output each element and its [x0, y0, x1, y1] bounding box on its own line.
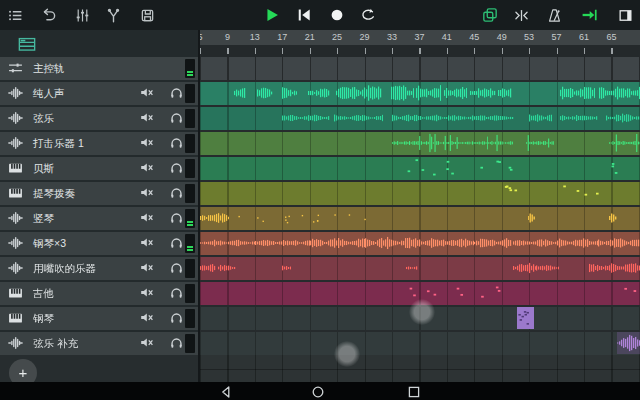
audio-clip[interactable]: [444, 82, 467, 105]
monitor-button[interactable]: [168, 161, 184, 175]
audio-clip[interactable]: [443, 132, 488, 155]
mute-button[interactable]: [139, 136, 155, 150]
duplicate-button[interactable]: [479, 4, 501, 26]
record-button[interactable]: [326, 4, 348, 26]
audio-clip[interactable]: [526, 132, 554, 155]
follow-playhead-button[interactable]: [578, 4, 600, 26]
midi-clip[interactable]: [461, 157, 513, 180]
undo-button[interactable]: [37, 4, 59, 26]
monitor-button[interactable]: [168, 261, 184, 275]
audio-clip[interactable]: [200, 207, 229, 230]
mute-button[interactable]: [139, 236, 155, 250]
track-lane[interactable]: [200, 182, 640, 205]
midi-clip[interactable]: [399, 157, 461, 180]
monitor-button[interactable]: [168, 186, 184, 200]
split-view-button[interactable]: [614, 4, 636, 26]
track-head[interactable]: 钢琴: [0, 307, 198, 330]
track-lane[interactable]: [200, 207, 640, 230]
audio-clip[interactable]: [488, 132, 513, 155]
audio-clip[interactable]: [392, 132, 443, 155]
midi-clip[interactable]: [554, 182, 600, 205]
track-lane[interactable]: [200, 282, 640, 305]
audio-clip[interactable]: [232, 207, 372, 230]
midi-clip[interactable]: [426, 282, 467, 305]
track-head[interactable]: 提琴拨奏: [0, 182, 198, 205]
audio-clip[interactable]: [589, 257, 611, 280]
audio-clip[interactable]: [513, 232, 557, 255]
audio-clip[interactable]: [560, 82, 595, 105]
mute-button[interactable]: [139, 111, 155, 125]
audio-clip[interactable]: [609, 132, 640, 155]
audio-clip[interactable]: [606, 107, 640, 130]
midi-clip[interactable]: [622, 282, 640, 305]
mute-button[interactable]: [139, 186, 155, 200]
nav-back-button[interactable]: [219, 385, 233, 399]
mute-button[interactable]: [139, 311, 155, 325]
mute-button[interactable]: [139, 211, 155, 225]
audio-clip[interactable]: [513, 257, 536, 280]
track-lane[interactable]: [200, 157, 640, 180]
play-button[interactable]: [261, 4, 283, 26]
audio-clip[interactable]: [365, 232, 420, 255]
track-head[interactable]: 弦乐: [0, 107, 198, 130]
track-head[interactable]: 弦乐 补充: [0, 332, 198, 355]
audio-clip[interactable]: [334, 107, 383, 130]
audio-clip[interactable]: [598, 232, 640, 255]
audio-clip[interactable]: [255, 232, 310, 255]
track-lane[interactable]: [200, 132, 640, 155]
track-head[interactable]: 打击乐器 1: [0, 132, 198, 155]
audio-clip[interactable]: [200, 232, 255, 255]
monitor-button[interactable]: [168, 136, 184, 150]
track-lane[interactable]: [200, 332, 640, 355]
audio-clip[interactable]: [282, 257, 291, 280]
audio-clip[interactable]: [282, 82, 297, 105]
nav-recents-button[interactable]: [407, 385, 421, 399]
audio-clip[interactable]: [257, 82, 273, 105]
track-head[interactable]: 贝斯: [0, 157, 198, 180]
audio-clip[interactable]: [416, 82, 441, 105]
audio-clip[interactable]: [470, 82, 496, 105]
monitor-button[interactable]: [168, 336, 184, 350]
monitor-button[interactable]: [168, 211, 184, 225]
mute-button[interactable]: [139, 261, 155, 275]
audio-clip[interactable]: [498, 82, 512, 105]
midi-clip[interactable]: [517, 307, 534, 330]
audio-clip[interactable]: [557, 232, 598, 255]
track-lane[interactable]: [200, 82, 640, 105]
track-lane[interactable]: [200, 307, 640, 330]
audio-clip[interactable]: [599, 82, 640, 105]
skip-start-button[interactable]: [293, 4, 315, 26]
menu-button[interactable]: [4, 4, 26, 26]
track-lane[interactable]: [200, 57, 640, 80]
audio-clip[interactable]: [392, 107, 440, 130]
mute-button[interactable]: [139, 86, 155, 100]
track-head[interactable]: 钢琴×3: [0, 232, 198, 255]
mute-button[interactable]: [139, 161, 155, 175]
mixer-button[interactable]: [71, 4, 93, 26]
midi-clip[interactable]: [467, 282, 501, 305]
midi-clip[interactable]: [399, 282, 421, 305]
audio-clip[interactable]: [406, 257, 418, 280]
audio-clip[interactable]: [560, 107, 598, 130]
audio-clip[interactable]: [234, 82, 246, 105]
track-head[interactable]: 用嘴吹的乐器: [0, 257, 198, 280]
audio-clip[interactable]: [419, 232, 474, 255]
audio-clip[interactable]: [528, 207, 535, 230]
audio-clip[interactable]: [336, 82, 382, 105]
save-button[interactable]: [136, 4, 158, 26]
track-head[interactable]: 主控轨: [0, 57, 198, 80]
monitor-button[interactable]: [168, 111, 184, 125]
tracks-view-button[interactable]: [16, 33, 38, 55]
midi-clip[interactable]: [504, 182, 531, 205]
metronome-button[interactable]: [543, 4, 565, 26]
track-lane[interactable]: [200, 257, 640, 280]
monitor-button[interactable]: [168, 236, 184, 250]
audio-clip[interactable]: [474, 232, 512, 255]
audio-clip[interactable]: [536, 257, 559, 280]
track-head[interactable]: 纯人声: [0, 82, 198, 105]
tools-button[interactable]: [102, 4, 124, 26]
monitor-button[interactable]: [168, 311, 184, 325]
snap-button[interactable]: [510, 4, 532, 26]
audio-clip[interactable]: [391, 82, 414, 105]
audio-clip[interactable]: [488, 107, 514, 130]
